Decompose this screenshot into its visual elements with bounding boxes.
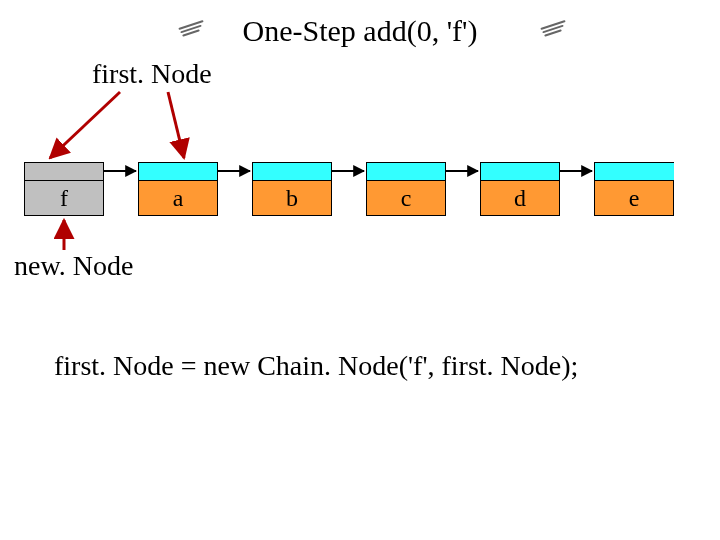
pointer-cell-a <box>138 162 218 180</box>
pointer-cell-d <box>480 162 560 180</box>
pointer-cell-f <box>24 162 104 180</box>
label-first-node: first. Node <box>92 58 212 90</box>
code-line: first. Node = new Chain. Node('f', first… <box>54 350 578 382</box>
node-d: d <box>480 180 560 216</box>
slide: One-Step add(0, 'f') first. Node null f … <box>0 0 720 540</box>
label-new-node: new. Node <box>14 250 133 282</box>
pointer-cell-b <box>252 162 332 180</box>
pointer-cell-e <box>594 162 674 180</box>
slide-title: One-Step add(0, 'f') <box>0 14 720 48</box>
node-c: c <box>366 180 446 216</box>
node-e: e <box>594 180 674 216</box>
node-f: f <box>24 180 104 216</box>
pointer-cell-c <box>366 162 446 180</box>
arrow-firstnode-to-a <box>168 92 184 158</box>
node-a: a <box>138 180 218 216</box>
node-b: b <box>252 180 332 216</box>
arrow-firstnode-to-f <box>50 92 120 158</box>
